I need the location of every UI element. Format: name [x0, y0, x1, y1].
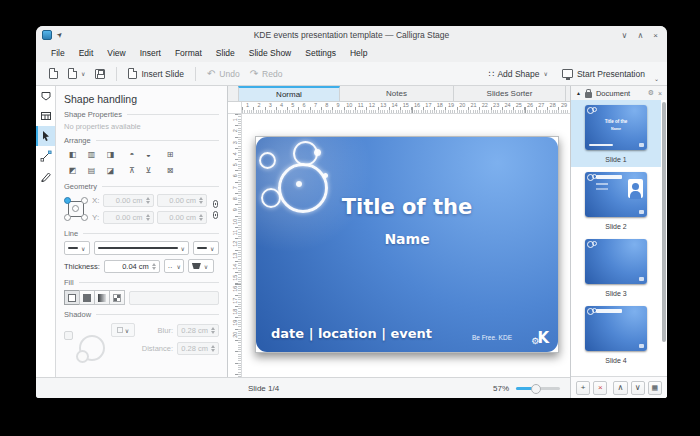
close-button[interactable]: ×	[653, 31, 658, 40]
shadow-color-select[interactable]: ∨	[111, 323, 135, 337]
slide-footer-text[interactable]: date | location | event	[271, 326, 432, 341]
start-presentation-button[interactable]: Start Presentation	[557, 66, 650, 82]
slide-list-toolbar: + × ∧ ∨ ▦	[571, 376, 667, 398]
menu-settings[interactable]: Settings	[298, 46, 343, 60]
slide-page[interactable]: Title of the Name date | location | even…	[255, 136, 559, 353]
open-dropdown-caret-icon[interactable]: ∨	[81, 70, 85, 77]
open-document-button[interactable]: ∨	[63, 65, 90, 82]
menu-help[interactable]: Help	[343, 46, 374, 60]
fill-pattern-button[interactable]	[109, 290, 125, 305]
raise-shape-icon[interactable]: ◓	[126, 148, 138, 161]
thickness-field[interactable]: 0.04 cm	[104, 260, 160, 273]
line-style-select[interactable]: ∨	[94, 241, 189, 255]
person-icon	[632, 183, 639, 190]
minimize-button[interactable]: ∨	[622, 31, 628, 40]
lock-position-ratio-icon[interactable]	[213, 200, 218, 208]
align-bottom-icon[interactable]: ◪	[102, 164, 119, 177]
bring-to-front-icon[interactable]: ⊼	[126, 164, 138, 177]
fill-gradient-button[interactable]	[94, 290, 110, 305]
line-end-style-select[interactable]: ∨	[193, 241, 219, 255]
slide-thumbnail[interactable]: Title of the Name	[585, 105, 647, 150]
title-bar[interactable]: ➤ KDE events presentation template — Cal…	[36, 26, 667, 44]
zoom-slider[interactable]	[516, 387, 560, 390]
maximize-button[interactable]: ∧	[637, 31, 643, 40]
slide-list-item-slide-2[interactable]: Slide 2	[571, 167, 661, 234]
undo-button[interactable]: ↶Undo	[202, 66, 245, 82]
menu-file[interactable]: File	[44, 46, 72, 60]
y-position-field[interactable]: 0.00 cm	[103, 211, 154, 224]
window-title: KDE events presentation template — Calli…	[36, 30, 667, 40]
panel-settings-icon[interactable]: ⚙	[648, 89, 654, 97]
slide-title-text[interactable]: Title of the	[256, 195, 558, 219]
decor-circle	[259, 152, 276, 169]
width-field[interactable]: 0.00 cm	[157, 194, 208, 207]
panel-close-icon[interactable]: ×	[658, 90, 662, 97]
menu-slide-show[interactable]: Slide Show	[242, 46, 299, 60]
decor-circle	[296, 181, 302, 187]
align-left-icon[interactable]: ◧	[64, 148, 81, 161]
slide-thumbnail[interactable]	[585, 239, 647, 284]
tab-notes[interactable]: Notes	[340, 86, 454, 101]
align-top-icon[interactable]: ◩	[64, 164, 81, 177]
create-shape-tool[interactable]	[36, 86, 55, 106]
height-field[interactable]: 0.00 cm	[157, 211, 208, 224]
zoom-slider-knob[interactable]	[531, 384, 541, 394]
align-right-icon[interactable]: ◨	[102, 148, 119, 161]
vertical-ruler[interactable]: 1234567891011121314151617181920	[228, 114, 242, 377]
text-table-tool[interactable]	[36, 106, 55, 126]
slide-thumbnail[interactable]	[585, 306, 647, 351]
line-cap-select[interactable]: ∨	[188, 259, 214, 273]
freehand-path-tool[interactable]	[36, 166, 55, 186]
toolbar-overflow-caret-icon[interactable]: ⌄	[654, 75, 659, 82]
slide-view-mode-button[interactable]: ▦	[648, 381, 662, 395]
blur-field[interactable]: 0.28 cm	[177, 324, 219, 337]
send-to-back-icon[interactable]: ⊻	[140, 164, 157, 177]
selection-tool-icon	[40, 130, 52, 142]
menu-view[interactable]: View	[100, 46, 132, 60]
line-start-style-select[interactable]: ∨	[64, 241, 90, 255]
slide-list-item-slide-3[interactable]: Slide 3	[571, 234, 661, 301]
thumb-decor	[587, 174, 594, 181]
slide-list-item-slide-4[interactable]: Slide 4	[571, 301, 661, 368]
thumb-decor	[639, 277, 644, 281]
move-slide-down-button[interactable]: ∨	[631, 381, 645, 395]
selection-tool[interactable]	[36, 126, 55, 146]
group-shapes-icon[interactable]: ⊞	[164, 148, 176, 161]
menu-format[interactable]: Format	[168, 46, 209, 60]
thumb-decor	[596, 309, 622, 313]
fill-none-button[interactable]	[64, 290, 80, 305]
distance-field[interactable]: 0.28 cm	[177, 342, 219, 355]
slide-thumbnail[interactable]	[585, 172, 647, 217]
align-center-horizontal-icon[interactable]: ▥	[83, 148, 100, 161]
ungroup-shapes-icon[interactable]: ⊠	[164, 164, 176, 177]
lock-size-ratio-icon[interactable]	[213, 211, 218, 219]
shadow-angle-widget[interactable]	[79, 335, 105, 361]
add-shape-button[interactable]: ∷ Add Shape ∨	[484, 66, 553, 82]
slide-list-item-slide-1[interactable]: Title of the Name Slide 1	[571, 100, 661, 167]
x-position-field[interactable]: 0.00 cm	[103, 194, 154, 207]
collapse-panel-icon[interactable]: ▲	[576, 90, 581, 96]
tab-slides-sorter[interactable]: Slides Sorter	[454, 86, 566, 101]
new-document-button[interactable]	[44, 65, 63, 82]
redo-button[interactable]: ↷Redo	[245, 66, 288, 82]
move-slide-up-button[interactable]: ∧	[613, 381, 627, 395]
anchor-position-widget[interactable]	[64, 197, 88, 221]
fill-solid-button[interactable]	[79, 290, 95, 305]
line-join-select[interactable]: ‥∨	[164, 259, 184, 273]
insert-slide-button[interactable]: Insert Slide	[123, 65, 189, 82]
lock-panel-icon[interactable]	[585, 92, 592, 98]
tab-normal[interactable]: Normal	[238, 86, 340, 101]
menu-edit[interactable]: Edit	[72, 46, 101, 60]
menu-slide[interactable]: Slide	[209, 46, 242, 60]
align-center-vertical-icon[interactable]: ▤	[83, 164, 100, 177]
connection-line-tool[interactable]	[36, 146, 55, 166]
slide-subtitle-text[interactable]: Name	[256, 231, 558, 247]
new-document-icon	[49, 68, 58, 79]
slide-list-scrollbar[interactable]	[662, 102, 666, 342]
menu-insert[interactable]: Insert	[133, 46, 168, 60]
lower-shape-icon[interactable]: ◒	[140, 148, 157, 161]
save-button[interactable]	[90, 66, 110, 82]
shadow-enable-checkbox[interactable]	[64, 331, 73, 340]
delete-slide-button[interactable]: ×	[593, 381, 607, 395]
add-slide-button[interactable]: +	[576, 381, 590, 395]
